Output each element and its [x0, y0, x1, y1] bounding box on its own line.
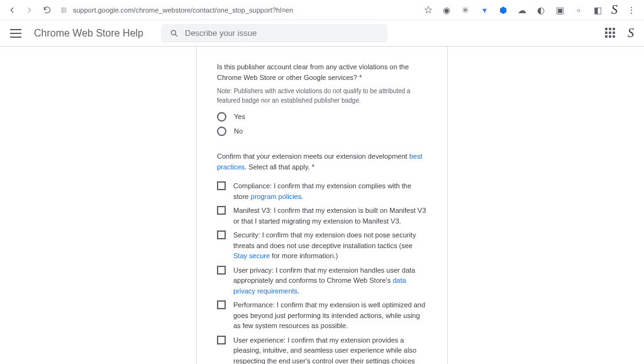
- site-info-icon[interactable]: [60, 6, 68, 14]
- profile-avatar[interactable]: S: [628, 26, 634, 40]
- checkbox-compliance[interactable]: Compliance: I confirm that my extension …: [217, 181, 427, 202]
- search-input[interactable]: [185, 28, 379, 38]
- checkbox-privacy[interactable]: User privacy: I confirm that my extensio…: [217, 265, 427, 297]
- radio-icon: [217, 127, 226, 136]
- radio-label: No: [234, 126, 427, 137]
- forward-icon[interactable]: [25, 6, 34, 14]
- question-violations: Is this publisher account clear from any…: [217, 62, 427, 136]
- checkbox-user-experience[interactable]: User experience: I confirm that my exten…: [217, 335, 427, 365]
- apps-icon[interactable]: [605, 28, 616, 39]
- question-note: Note: Publishers with active violations …: [217, 86, 427, 105]
- checkbox-icon: [217, 336, 226, 344]
- checkbox-icon: [217, 206, 226, 215]
- search-box[interactable]: [161, 24, 387, 43]
- checkbox-icon: [217, 230, 226, 239]
- checkbox-manifest[interactable]: Manifest V3: I confirm that my extension…: [217, 205, 427, 226]
- page-canvas: Is this publisher account clear from any…: [0, 47, 644, 364]
- checkbox-label: User experience: I confirm that my exten…: [233, 335, 427, 365]
- app-header: Chrome Web Store Help S: [0, 20, 644, 47]
- link-stay-secure[interactable]: Stay secure: [233, 252, 270, 259]
- checkbox-label: User privacy: I confirm that my extensio…: [233, 265, 427, 297]
- svg-point-1: [62, 9, 63, 11]
- bookmark-star-icon[interactable]: [424, 6, 433, 14]
- extension-icon[interactable]: ◉: [441, 5, 452, 15]
- form-card: Is this publisher account clear from any…: [196, 47, 448, 364]
- checkbox-icon: [217, 300, 226, 309]
- browser-toolbar-right: ◉ ✳ ▾ ⬢ ☁ ◐ ▣ ▫ ◧ S ⋮: [424, 3, 636, 17]
- more-icon[interactable]: ⋮: [626, 5, 636, 15]
- extension-icon[interactable]: ◐: [536, 5, 546, 15]
- radio-icon: [217, 112, 226, 122]
- search-icon: [170, 29, 179, 38]
- svg-point-0: [62, 8, 63, 9]
- extension-icon[interactable]: ✳: [460, 5, 470, 15]
- checkbox-label: Performance: I confirm that my extension…: [233, 300, 427, 331]
- extension-icon[interactable]: ▾: [479, 5, 489, 15]
- question-text: Is this publisher account clear from any…: [217, 62, 427, 82]
- extension-icon[interactable]: ⬢: [498, 5, 508, 15]
- reload-icon[interactable]: [43, 6, 52, 14]
- extensions-puzzle-icon[interactable]: ◧: [592, 5, 602, 15]
- radio-option-no[interactable]: No: [217, 126, 427, 137]
- question-text: Confirm that your extension meets our ex…: [217, 151, 427, 172]
- back-icon[interactable]: [8, 6, 16, 14]
- svg-point-2: [62, 11, 63, 13]
- svg-point-3: [171, 30, 175, 35]
- checkbox-label: Compliance: I confirm that my extension …: [233, 181, 427, 202]
- checkbox-security[interactable]: Security: I confirm that my extension do…: [217, 230, 427, 261]
- extension-icon[interactable]: ☁: [517, 5, 527, 15]
- checkbox-icon: [217, 181, 226, 190]
- radio-label: Yes: [234, 111, 427, 122]
- browser-profile[interactable]: S: [611, 3, 618, 17]
- product-title: Chrome Web Store Help: [34, 28, 143, 39]
- url-text: support.google.com/chrome_webstore/conta…: [73, 6, 293, 14]
- checkbox-label: Manifest V3: I confirm that my extension…: [233, 205, 427, 226]
- browser-chrome: support.google.com/chrome_webstore/conta…: [0, 0, 644, 20]
- header-right: S: [605, 26, 634, 40]
- checkbox-icon: [217, 266, 226, 275]
- url-bar[interactable]: support.google.com/chrome_webstore/conta…: [60, 3, 415, 17]
- link-program-policies[interactable]: program policies: [251, 193, 302, 200]
- checkbox-performance[interactable]: Performance: I confirm that my extension…: [217, 300, 427, 331]
- radio-option-yes[interactable]: Yes: [217, 111, 427, 122]
- extension-icon[interactable]: ▣: [555, 5, 565, 15]
- question-best-practices: Confirm that your extension meets our ex…: [217, 151, 427, 364]
- checkbox-label: Security: I confirm that my extension do…: [233, 230, 427, 261]
- menu-icon[interactable]: [10, 29, 21, 38]
- browser-nav: [8, 6, 52, 14]
- extension-icon[interactable]: ▫: [574, 5, 584, 15]
